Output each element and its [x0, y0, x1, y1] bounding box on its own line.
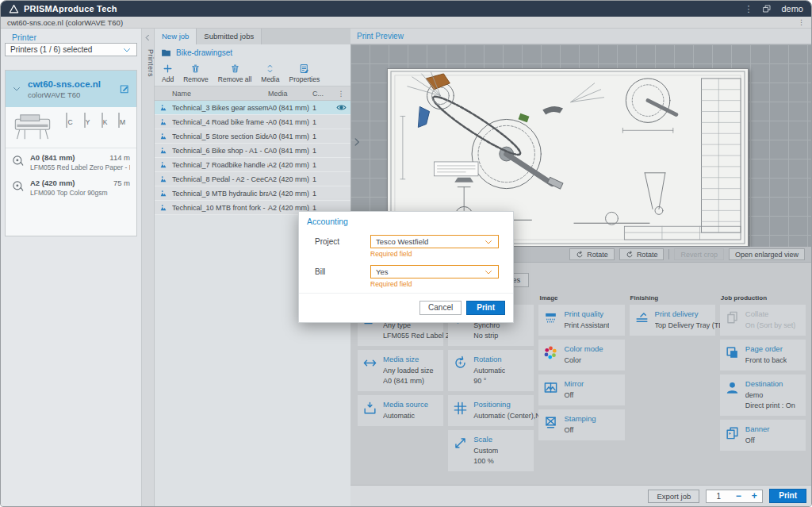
- column-menu-icon[interactable]: ⋮: [331, 90, 350, 98]
- tile-value: 90 °: [473, 376, 505, 386]
- toolbar-button-label: Properties: [289, 75, 320, 83]
- table-row[interactable]: Technical_3 Bikes gear assemb...A0 (841 …: [155, 101, 350, 115]
- collapse-chevron-left-icon[interactable]: [144, 33, 152, 42]
- tile-value: Color: [564, 355, 603, 366]
- roll-media-name: LFM090 Top Color 90gsm: [30, 189, 130, 197]
- column-copies[interactable]: C...: [312, 90, 331, 98]
- tab-new-job[interactable]: New job: [155, 29, 197, 44]
- media-size-icon: [362, 355, 377, 371]
- tile-value: 100 %: [473, 456, 498, 467]
- settings-group-image: ImagePrint qualityPrint AssistantColor m…: [538, 294, 624, 482]
- collapsed-panel-label[interactable]: Printers: [142, 49, 155, 77]
- bill-select-value: Yes: [376, 267, 389, 276]
- tile-color-mode[interactable]: Color modeColor: [538, 340, 624, 371]
- print-button[interactable]: Print: [466, 301, 505, 315]
- add-button[interactable]: Add: [158, 62, 178, 85]
- revert-crop-button: Revert crop: [674, 248, 724, 260]
- tile-rotation[interactable]: RotationAutomatic90 °: [448, 350, 534, 391]
- export-job-button[interactable]: Export job: [648, 490, 699, 503]
- tile-value: No strip: [473, 331, 500, 341]
- row-copies: 1: [312, 161, 331, 169]
- copies-value[interactable]: 1: [707, 492, 730, 501]
- row-media: A2 (420 mm): [268, 161, 312, 169]
- table-row[interactable]: Technical_4 Road bike frame - ...A0 (841…: [155, 115, 350, 129]
- table-row[interactable]: Technical_9 MTB hydraulic bra...A2 (420 …: [155, 186, 350, 201]
- titlebar-menu-icon[interactable]: ⋮: [744, 5, 753, 13]
- action-footer: Export job 1 − + Print: [350, 485, 811, 506]
- breadcrumb-bar: cwt60-sns.oce.nl (colorWAVE T60) ⋮: [1, 17, 811, 29]
- column-media[interactable]: Media: [268, 90, 312, 98]
- media-roll-item[interactable]: A2 (420 mm)75 mLFM090 Top Color 90gsm: [12, 179, 130, 197]
- printer-select[interactable]: Printers (1 / 6) selected: [5, 43, 137, 56]
- tile-title: Collate: [745, 309, 796, 318]
- roll-icon: [12, 155, 24, 167]
- tile-media-size[interactable]: Media sizeAny loaded sizeA0 (841 mm): [358, 350, 443, 391]
- tile-mirror[interactable]: MirrorOff: [538, 374, 624, 405]
- roll-remaining: 114 m: [109, 153, 130, 162]
- bill-select[interactable]: Yes: [370, 265, 499, 278]
- table-row[interactable]: Technical_8 Pedal - A2 - CeeCe...A2 (420…: [155, 172, 350, 186]
- properties-button[interactable]: Properties: [285, 62, 324, 85]
- trash-icon: [230, 63, 240, 74]
- tile-value: demo: [745, 390, 795, 401]
- remove-all-button[interactable]: Remove all: [214, 62, 256, 85]
- media-button[interactable]: Media: [257, 62, 283, 85]
- table-row[interactable]: Technical_5 Store section Side ...A0 (84…: [155, 129, 350, 144]
- table-row[interactable]: Technical_7 Roadbike handle a...A2 (420 …: [155, 158, 350, 172]
- rotate-right-button[interactable]: Rotate: [619, 248, 665, 260]
- tile-value: LFM055 Red Label Z...: [383, 331, 456, 341]
- rotate-left-button[interactable]: Rotate: [569, 248, 615, 260]
- tile-positioning[interactable]: PositioningAutomatic (Center),N...: [448, 395, 534, 426]
- tile-value: Any loaded size: [383, 366, 434, 376]
- divider: [668, 249, 669, 259]
- increment-button[interactable]: +: [746, 491, 762, 501]
- media-roll-item[interactable]: A0 (841 mm)114 mLFM055 Red Label Zero Pa…: [12, 153, 130, 171]
- expand-chevron-right-icon[interactable]: [351, 132, 362, 152]
- tile-value: Front to back: [745, 355, 787, 366]
- tile-stamping[interactable]: StampingOff: [538, 409, 624, 440]
- row-media: A0 (841 mm): [268, 147, 312, 155]
- remove-button[interactable]: Remove: [179, 62, 213, 85]
- user-name[interactable]: demo: [781, 4, 803, 13]
- project-select[interactable]: Tesco Westfield: [370, 235, 499, 248]
- settings-group-job-production: Job productionCollateOn (Sort by set)Pag…: [720, 294, 806, 482]
- edit-printer-icon[interactable]: [119, 83, 130, 94]
- print-button-main[interactable]: Print: [769, 489, 806, 503]
- tile-value: Automatic: [383, 411, 428, 421]
- eye-preview-icon[interactable]: [336, 102, 347, 113]
- tile-print-delivery[interactable]: Print deliveryTop Delivery Tray (TDT): [630, 305, 715, 336]
- ink-Y: Y: [80, 113, 94, 128]
- row-copies: 1: [312, 175, 331, 183]
- tile-value: Top Delivery Tray (TDT): [655, 321, 731, 331]
- printer-sidebar: Printer Printers (1 / 6) selected cwt60-…: [1, 29, 142, 506]
- jobset-row[interactable]: Bike-drawingset: [155, 44, 350, 60]
- tile-media-source[interactable]: Media sourceAutomatic: [358, 395, 443, 426]
- tile-value: Print Assistant: [564, 321, 609, 331]
- printer-card-header[interactable]: cwt60-sns.oce.nl colorWAVE T60: [6, 71, 136, 107]
- tab-submitted-jobs[interactable]: Submitted jobs: [197, 29, 262, 44]
- tile-banner[interactable]: BannerOff: [720, 420, 806, 451]
- tile-title: Print quality: [564, 309, 609, 318]
- row-copies: 1: [312, 147, 331, 155]
- positioning-icon: [453, 401, 468, 416]
- open-enlarged-view-button[interactable]: Open enlarged view: [729, 248, 805, 260]
- print-quality-icon: [543, 310, 558, 325]
- restore-window-icon[interactable]: [762, 4, 772, 13]
- dialog-footer: Cancel Print: [299, 293, 513, 322]
- column-name[interactable]: Name: [172, 90, 268, 98]
- printer-name: cwt60-sns.oce.nl: [28, 79, 113, 89]
- breadcrumb-menu-icon[interactable]: ⋮: [798, 18, 805, 26]
- tile-scale[interactable]: ScaleCustom100 %: [448, 430, 534, 471]
- roll-size: A0 (841 mm): [30, 153, 75, 162]
- app-title: PRISMAproduce Tech: [24, 4, 117, 13]
- rotate-left-label: Rotate: [587, 251, 608, 259]
- chevron-down-icon[interactable]: [12, 84, 21, 94]
- tile-title: Media size: [383, 355, 434, 363]
- decrement-button[interactable]: −: [730, 491, 746, 501]
- row-copies: 1: [312, 204, 331, 212]
- tile-page-order[interactable]: Page orderFront to back: [720, 340, 806, 371]
- table-row[interactable]: Technical_6 Bike shop - A1 - C...A0 (841…: [155, 144, 350, 158]
- cancel-button[interactable]: Cancel: [419, 301, 462, 315]
- tile-destination[interactable]: DestinationdemoDirect print : On: [720, 374, 806, 416]
- tile-print-quality[interactable]: Print qualityPrint Assistant: [538, 305, 624, 336]
